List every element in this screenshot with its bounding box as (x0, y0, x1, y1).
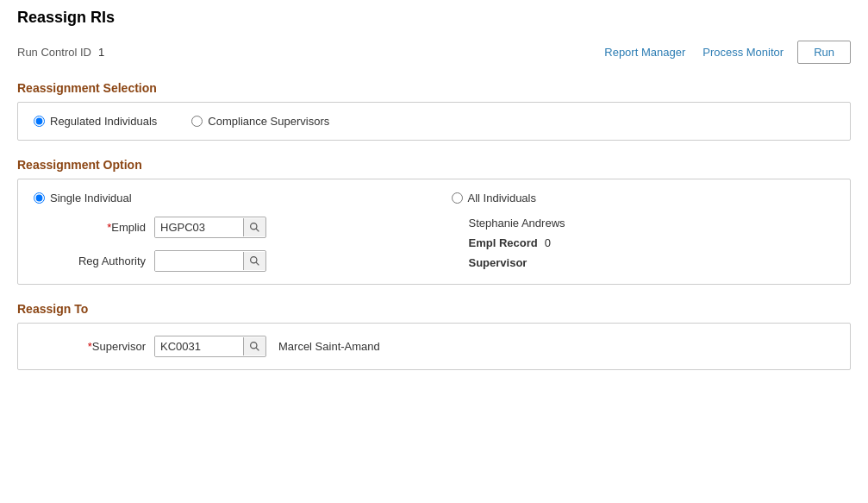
compliance-supervisors-option[interactable]: Compliance Supervisors (191, 115, 329, 128)
reassignment-option-title: Reassignment Option (17, 158, 851, 172)
reassignment-selection-section: Reassignment Selection Regulated Individ… (17, 81, 851, 141)
run-control-label: Run Control ID (17, 46, 91, 59)
reassignment-selection-title: Reassignment Selection (17, 81, 851, 95)
reg-authority-search-button[interactable] (243, 252, 265, 270)
reassign-to-title: Reassign To (17, 302, 851, 316)
run-button[interactable]: Run (797, 41, 851, 64)
search-icon (249, 222, 260, 233)
supervisor-field-label: *Supervisor (34, 340, 146, 353)
reassign-to-box: *Supervisor Marcel Saint-Amand (17, 323, 851, 370)
compliance-supervisors-label: Compliance Supervisors (208, 115, 329, 128)
top-bar: Run Control ID 1 Report Manager Process … (17, 41, 851, 64)
emplid-label-text: Emplid (111, 221, 146, 234)
svg-point-4 (251, 343, 257, 349)
employee-info: Stephanie Andrews Empl Record 0 Supervis… (452, 217, 835, 269)
run-control-value: 1 (98, 46, 104, 59)
single-individual-option[interactable]: Single Individual (34, 192, 417, 204)
emplid-search-button[interactable] (243, 218, 265, 236)
svg-line-3 (256, 262, 259, 265)
report-manager-link[interactable]: Report Manager (604, 46, 685, 59)
reg-authority-input-wrap (154, 250, 266, 272)
reg-authority-label: Reg Authority (34, 255, 146, 267)
regulated-individuals-option[interactable]: Regulated Individuals (34, 115, 157, 128)
reassignment-selection-radio-group: Regulated Individuals Compliance Supervi… (34, 115, 834, 128)
svg-point-0 (251, 223, 257, 229)
all-individuals-radio[interactable] (452, 192, 463, 204)
reassignment-option-box: Single Individual *Emplid (17, 179, 851, 285)
option-section: Single Individual *Emplid (34, 192, 834, 272)
supervisor-name: Marcel Saint-Amand (278, 340, 380, 353)
reassignment-option-section: Reassignment Option Single Individual *E… (17, 158, 851, 285)
supervisor-input-wrap (154, 336, 266, 357)
search-icon (249, 341, 260, 352)
reassignment-selection-box: Regulated Individuals Compliance Supervi… (17, 102, 851, 141)
supervisor-info-label: Supervisor (469, 256, 528, 269)
supervisor-label-text: Supervisor (92, 340, 146, 353)
empl-record-label: Empl Record (469, 236, 538, 249)
employee-name: Stephanie Andrews (469, 217, 835, 229)
regulated-individuals-radio[interactable] (34, 116, 45, 127)
page-title: Reassign RIs (17, 9, 851, 27)
empl-record-row: Empl Record 0 (469, 236, 835, 249)
single-individual-radio[interactable] (34, 192, 45, 204)
reassign-to-section: Reassign To *Supervisor Marcel Saint-Ama… (17, 302, 851, 370)
process-monitor-link[interactable]: Process Monitor (703, 46, 784, 59)
single-individual-label: Single Individual (50, 192, 132, 204)
emplid-row: *Emplid (34, 217, 417, 238)
reg-authority-row: Reg Authority (34, 250, 417, 272)
reg-authority-input[interactable] (155, 251, 243, 271)
option-right: All Individuals Stephanie Andrews Empl R… (434, 192, 835, 269)
svg-line-1 (256, 229, 259, 231)
all-individuals-row: All Individuals (452, 192, 835, 204)
search-icon (249, 255, 260, 267)
emplid-label: *Emplid (34, 221, 146, 234)
emplid-input[interactable] (155, 217, 243, 237)
svg-point-2 (251, 257, 257, 263)
emplid-input-wrap (154, 217, 266, 238)
all-individuals-label: All Individuals (468, 192, 537, 204)
regulated-individuals-label: Regulated Individuals (50, 115, 157, 128)
reassign-to-row: *Supervisor Marcel Saint-Amand (34, 336, 834, 357)
supervisor-info-row: Supervisor (469, 256, 835, 269)
supervisor-search-button[interactable] (243, 337, 265, 355)
top-links: Report Manager Process Monitor (604, 46, 784, 59)
option-left: Single Individual *Emplid (34, 192, 434, 272)
empl-record-value: 0 (545, 236, 551, 249)
supervisor-input[interactable] (155, 336, 243, 356)
svg-line-5 (256, 348, 259, 350)
compliance-supervisors-radio[interactable] (191, 116, 203, 127)
